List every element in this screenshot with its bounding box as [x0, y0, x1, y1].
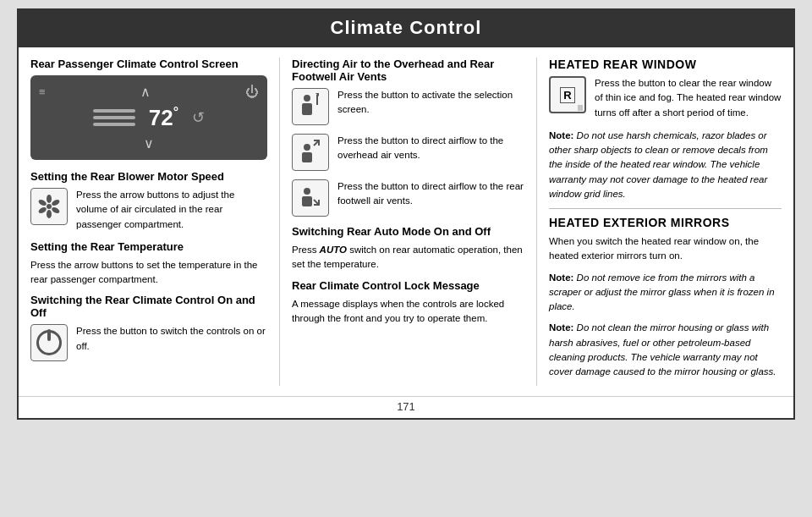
overhead-vent-svg	[295, 137, 326, 168]
activate-screen-svg	[295, 91, 326, 122]
mid-section1-heading: Directing Air to the Overhead and Rear F…	[292, 58, 524, 83]
svg-point-4	[47, 210, 52, 218]
r-lines: |||	[578, 104, 583, 110]
r-label: R	[560, 87, 574, 103]
svg-point-5	[37, 206, 47, 214]
fan-svg	[36, 193, 63, 220]
left-section1-heading: Rear Passenger Climate Control Screen	[30, 58, 267, 70]
power-icon: ⏻	[245, 85, 259, 100]
power-icon-box	[30, 324, 68, 361]
svg-point-3	[51, 206, 61, 214]
vent-icon3-text: Press the button to direct airflow to th…	[337, 179, 524, 209]
page-number: 171	[397, 400, 415, 413]
right-note3: Note: Do not clean the mirror housing or…	[549, 321, 782, 379]
auto-bold-label: AUTO	[320, 245, 347, 255]
svg-rect-15	[302, 196, 312, 206]
svg-rect-12	[302, 152, 312, 162]
middle-column: Directing Air to the Overhead and Rear F…	[279, 58, 524, 386]
climate-screen: ≡ ∧ ⏻ 72° ↺	[30, 75, 267, 160]
page-title: Climate Control	[19, 10, 793, 46]
right-divider	[549, 208, 782, 209]
svg-rect-14	[304, 188, 310, 195]
temp-display: 72°	[149, 105, 178, 131]
down-chevron[interactable]: ∨	[144, 135, 154, 151]
vent-icon1-row: Press the button to activate the selecti…	[292, 88, 524, 125]
heated-rear-row: R ||| Press the button to clear the rear…	[549, 76, 782, 120]
blower-description: Press the arrow buttons to adjust the vo…	[76, 188, 267, 232]
footwell-vent-svg	[295, 183, 326, 213]
vent-icon3-box	[292, 179, 329, 217]
vent-icon2-box	[292, 134, 329, 171]
left-section3-text: Press the arrow buttons to set the tempe…	[30, 258, 267, 288]
svg-rect-11	[304, 144, 310, 151]
vent-icon2-row: Press the button to direct airflow to th…	[292, 134, 524, 171]
power-circle-icon	[36, 330, 62, 355]
vent-icon1-box	[292, 88, 329, 125]
air-lines	[93, 109, 135, 126]
left-section3-heading: Setting the Rear Temperature	[30, 240, 267, 253]
power-icon-row: Press the button to switch the controls …	[30, 324, 267, 361]
svg-point-6	[37, 198, 47, 206]
page-footer: 171	[19, 396, 793, 418]
svg-rect-7	[304, 95, 310, 102]
power-description: Press the button to switch the controls …	[76, 324, 267, 354]
right-note2: Note: Do not remove ice from the mirrors…	[549, 271, 782, 315]
r-button-icon: R |||	[549, 76, 586, 113]
up-chevron[interactable]: ∧	[140, 84, 151, 100]
svg-rect-8	[302, 103, 312, 115]
recirculate-icon: ↺	[192, 108, 205, 127]
mid-section3-text: A message displays when the controls are…	[292, 297, 524, 327]
left-section2-heading: Setting the Rear Blower Motor Speed	[30, 170, 267, 183]
heated-rear-text: Press the button to clear the rear windo…	[595, 76, 782, 120]
right-section1-heading: HEATED REAR WINDOW	[549, 58, 782, 71]
svg-point-0	[47, 204, 52, 209]
right-column: HEATED REAR WINDOW R ||| Press the butto…	[536, 58, 782, 386]
vent-icon2-text: Press the button to direct airflow to th…	[337, 134, 524, 163]
fan-icon-box	[30, 188, 68, 225]
mid-section2-text: Press AUTO switch on rear automatic oper…	[292, 243, 524, 272]
right-note1: Note: Do not use harsh chemicals, razor …	[549, 129, 782, 201]
mid-section2-heading: Switching Rear Auto Mode On and Off	[292, 225, 524, 238]
vent-icon1-text: Press the button to activate the selecti…	[337, 88, 524, 118]
right-section2-heading: HEATED EXTERIOR MIRRORS	[549, 216, 782, 229]
left-column: Rear Passenger Climate Control Screen ≡ …	[30, 58, 267, 386]
vent-icon3-row: Press the button to direct airflow to th…	[292, 179, 524, 217]
mid-section3-heading: Rear Climate Control Lock Message	[292, 279, 524, 292]
left-section4-heading: Switching the Rear Climate Control On an…	[30, 294, 267, 319]
right-section2-text: When you switch the heated rear window o…	[549, 234, 782, 264]
blower-icon-row: Press the arrow buttons to adjust the vo…	[30, 188, 267, 232]
svg-point-1	[47, 195, 52, 203]
svg-point-2	[51, 198, 61, 206]
